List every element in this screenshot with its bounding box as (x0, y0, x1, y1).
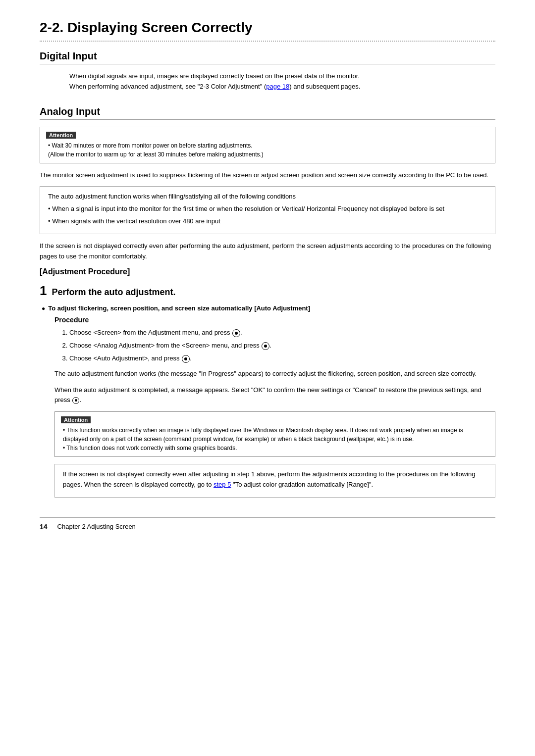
attention-text-1a: • Wait 30 minutes or more from monitor p… (48, 141, 489, 150)
enter-button-icon-1 (232, 329, 240, 337)
attention-box-1: Attention • Wait 30 minutes or more from… (40, 127, 495, 163)
analog-input-title: Analog Input (40, 106, 495, 120)
procedure-block: Procedure Choose <Screen> from the Adjus… (54, 316, 495, 497)
step1-header: 1 Perform the auto adjustment. (40, 283, 495, 299)
attention2-line2: • This function does not work correctly … (63, 444, 489, 453)
procedure-step-2: Choose <Analog Adjustment> from the <Scr… (69, 341, 495, 351)
attention2-line1: • This function works correctly when an … (63, 426, 489, 444)
procedure-note1: The auto adjustment function works (the … (54, 369, 495, 379)
page-footer: 14 Chapter 2 Adjusting Screen (40, 517, 495, 531)
enter-button-icon-3 (182, 355, 190, 363)
procedure-title: Procedure (54, 316, 495, 324)
info-line2: • When a signal is input into the monito… (48, 204, 487, 214)
procedure-note2: When the auto adjustment is completed, a… (54, 385, 495, 406)
step1-title: Perform the auto adjustment. (52, 287, 175, 298)
digital-input-body1: When digital signals are input, images a… (69, 71, 495, 92)
attention-box-2: Attention • This function works correctl… (54, 411, 495, 457)
bottom-box-text: If the screen is not displayed correctly… (63, 469, 487, 490)
analog-info-box: The auto adjustment function works when … (40, 186, 495, 234)
analog-input-section: Analog Input Attention • Wait 30 minutes… (40, 106, 495, 498)
adjustment-procedure-heading: [Adjustment Procedure] (40, 267, 495, 276)
digital-input-section: Digital Input When digital signals are i… (40, 50, 495, 92)
bottom-info-box: If the screen is not displayed correctly… (54, 464, 495, 498)
attention-text-1b: (Allow the monitor to warm up for at lea… (48, 150, 489, 159)
procedure-step-1: Choose <Screen> from the Adjustment menu… (69, 328, 495, 338)
bullet-heading-auto-adjustment: To adjust flickering, screen position, a… (42, 304, 495, 312)
page-title: 2-2. Displaying Screen Correctly (40, 20, 495, 42)
procedure-step-3: Choose <Auto Adjustment>, and press . (69, 353, 495, 364)
proc-step1-text: Choose <Screen> from the Adjustment menu… (69, 329, 230, 336)
info-line3: • When signals with the vertical resolut… (48, 216, 487, 227)
proc-step2-text: Choose <Analog Adjustment> from the <Scr… (69, 342, 260, 349)
step5-link[interactable]: step 5 (214, 481, 231, 488)
page-number: 14 (40, 523, 48, 531)
analog-body2: If the screen is not displayed correctly… (40, 241, 495, 262)
step1-number: 1 (40, 283, 47, 299)
page18-link[interactable]: page 18 (266, 83, 289, 90)
digital-input-title: Digital Input (40, 50, 495, 64)
analog-body1: The monitor screen adjustment is used to… (40, 170, 495, 181)
footer-chapter: Chapter 2 Adjusting Screen (57, 523, 136, 530)
adjustment-procedure: [Adjustment Procedure] 1 Perform the aut… (40, 267, 495, 497)
enter-button-icon-2 (262, 342, 269, 350)
info-line1: The auto adjustment function works when … (48, 192, 487, 202)
procedure-list: Choose <Screen> from the Adjustment menu… (69, 328, 495, 363)
attention-label-1: Attention (46, 132, 76, 139)
proc-step3-text: Choose <Auto Adjustment>, and press (69, 354, 180, 362)
attention-label-2: Attention (61, 416, 91, 423)
enter-button-icon-4 (72, 397, 79, 404)
